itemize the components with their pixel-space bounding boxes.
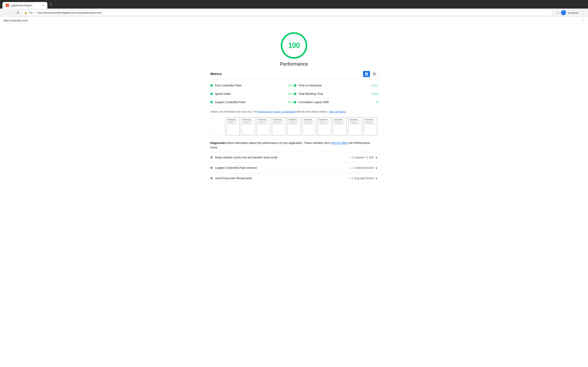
- forward-button[interactable]: →: [9, 10, 14, 15]
- metric-value: 0.9 s: [288, 92, 294, 95]
- score-number: 100: [288, 41, 300, 50]
- file-label: File: [29, 11, 33, 14]
- avatar-icon: 👤: [562, 11, 565, 14]
- tab-label: Lighthouse Report: [11, 4, 41, 7]
- metric-name: Time to Interactive: [298, 84, 369, 87]
- diagnostic-item[interactable]: Largest Contentful Paint element — 1 ele…: [210, 162, 378, 173]
- profile-avatar[interactable]: 👤: [561, 10, 566, 15]
- chevron-down-icon: ∨: [375, 166, 378, 170]
- directly-affect-link[interactable]: directly affect: [331, 141, 348, 145]
- metric-row: Total Blocking Time 0 ms: [294, 90, 378, 98]
- filmstrip-frame: Example Domain: [256, 117, 271, 136]
- disclaimer-text-before: Values are estimated and may vary. The: [210, 110, 258, 113]
- filmstrip: Example Domain Example Domain: [210, 117, 378, 136]
- metric-dot: [210, 92, 213, 95]
- metric-name: Cumulative Layout Shift: [298, 100, 374, 104]
- filmstrip-frame: Example Domain: [363, 117, 378, 136]
- svg-rect-3: [367, 74, 368, 75]
- subbar-menu-button[interactable]: ⋮: [581, 18, 585, 23]
- diagnostic-detail: — 1 request • 1 KiB: [348, 156, 373, 159]
- diagnostics-list: Keep request counts low and transfer siz…: [210, 152, 378, 183]
- address-input[interactable]: 🔒 File | /Users/leonardo/Sites/lighthous…: [21, 10, 553, 16]
- calculator-link[interactable]: See calculator.: [329, 110, 346, 113]
- metrics-grid: First Contentful Paint 0.8 s Time to Int…: [210, 81, 378, 106]
- metric-value: 0 ms: [372, 92, 378, 95]
- browser-tabs: Lighthouse Report × +: [2, 2, 586, 8]
- filmstrip-frame: Example Domain: [348, 117, 362, 136]
- filmstrip-frame: Example Domain: [241, 117, 255, 136]
- diagnostics-title: Diagnostics: [210, 141, 226, 145]
- diagnostics-description-before: More information about the performance o…: [226, 141, 331, 145]
- filmstrip-frame: Example Domain: [302, 117, 316, 136]
- diagnostic-label: Largest Contentful Paint element: [215, 166, 348, 169]
- svg-rect-1: [367, 73, 368, 74]
- metric-row: Time to Interactive 0.8 s: [294, 81, 378, 90]
- score-container: 100 Performance: [210, 32, 378, 67]
- diagnostic-detail: — 1 element found: [349, 166, 373, 169]
- diagnostic-item[interactable]: Avoid long main-thread tasks — 1 long ta…: [210, 173, 378, 183]
- svg-rect-4: [373, 73, 376, 73]
- metric-dot: [294, 84, 296, 87]
- metrics-section: Metrics First Contentful Paint: [210, 71, 378, 106]
- subbar-url-text: https://example.com/: [3, 19, 28, 22]
- diagnostics-section: Diagnostics More information about the p…: [210, 141, 378, 184]
- grid-view-button[interactable]: [363, 71, 370, 77]
- metric-name: First Contentful Paint: [215, 84, 285, 87]
- tab-close-button[interactable]: ×: [42, 4, 44, 7]
- metric-value: 0.8 s: [372, 84, 378, 87]
- metric-value: 0.8 s: [288, 84, 294, 87]
- performance-label: Performance: [280, 61, 308, 67]
- filmstrip-frame: Example Domain: [317, 117, 332, 136]
- diagnostic-status-dot: [210, 177, 213, 179]
- diagnostic-label: Keep request counts low and transfer siz…: [215, 156, 348, 159]
- tab-favicon-icon: [6, 4, 9, 7]
- address-bar: ← → ↺ 🔒 File | /Users/leonardo/Sites/lig…: [0, 8, 588, 17]
- metric-name: Largest Contentful Paint: [215, 100, 285, 104]
- metric-row: Speed Index 0.9 s: [210, 90, 294, 98]
- filmstrip-frame: Example Domain: [226, 117, 240, 136]
- metric-name: Total Blocking Time: [298, 92, 369, 95]
- refresh-button[interactable]: ↺: [16, 10, 20, 16]
- score-circle: 100: [281, 32, 307, 59]
- diagnostic-status-dot: [210, 167, 213, 169]
- metrics-view-toggle: [363, 71, 378, 77]
- performance-score-link[interactable]: performance score is calculated: [258, 110, 296, 113]
- diagnostic-status-dot: [210, 156, 213, 159]
- list-icon: [373, 72, 376, 76]
- browser-chrome: Lighthouse Report × +: [0, 0, 588, 8]
- filmstrip-frame: Example Domain: [287, 117, 301, 136]
- grid-icon: [365, 72, 368, 76]
- svg-rect-2: [365, 74, 366, 75]
- metric-value: 0.8 s: [288, 100, 294, 104]
- metric-name: Speed Index: [215, 92, 285, 95]
- main-content: 100 Performance Metrics: [202, 24, 386, 196]
- filmstrip-frame: Example Domain: [333, 117, 347, 136]
- active-tab[interactable]: Lighthouse Report ×: [2, 2, 47, 8]
- svg-rect-5: [373, 74, 376, 74]
- metric-dot: [294, 101, 296, 103]
- lock-icon: 🔒: [24, 11, 27, 14]
- metric-row: Cumulative Layout Shift 0: [294, 98, 378, 106]
- incognito-label: Incognito: [568, 11, 579, 14]
- filmstrip-frame: [210, 117, 225, 136]
- metrics-header: Metrics: [210, 71, 378, 80]
- diagnostic-item[interactable]: Keep request counts low and transfer siz…: [210, 152, 378, 162]
- metric-row: First Contentful Paint 0.8 s: [210, 81, 294, 90]
- metric-dot: [294, 92, 296, 95]
- new-tab-button[interactable]: +: [48, 2, 54, 8]
- browser-menu-button[interactable]: ⋮: [580, 10, 586, 15]
- address-separator: |: [35, 11, 35, 15]
- bookmark-star-icon[interactable]: ☆: [556, 11, 559, 15]
- metrics-title: Metrics: [210, 72, 222, 76]
- list-view-button[interactable]: [371, 71, 378, 77]
- disclaimer: Values are estimated and may vary. The p…: [210, 110, 378, 114]
- back-button[interactable]: ←: [2, 10, 7, 15]
- metric-dot: [210, 101, 213, 103]
- chevron-down-icon: ∨: [375, 176, 378, 180]
- diagnostic-detail: — 1 long task found: [348, 176, 373, 180]
- diagnostic-label: Avoid long main-thread tasks: [215, 176, 347, 180]
- subbar: https://example.com/ ⋮: [0, 17, 588, 24]
- svg-rect-0: [365, 73, 366, 74]
- disclaimer-text-middle: directly from these metrics.: [296, 110, 329, 113]
- svg-rect-6: [373, 75, 376, 75]
